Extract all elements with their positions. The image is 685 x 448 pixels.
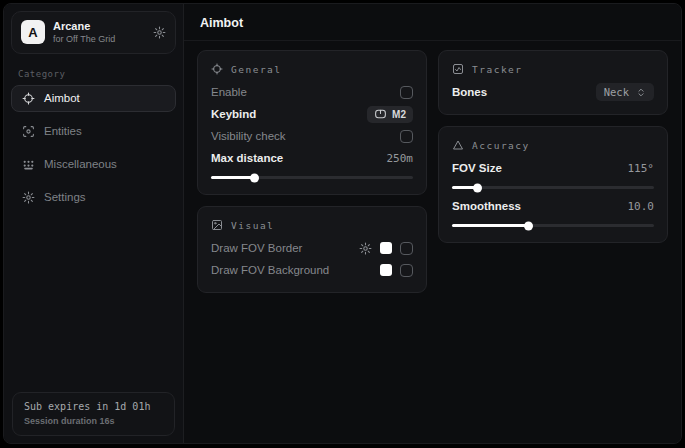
page-title: Aimbot bbox=[200, 16, 665, 30]
bones-dropdown[interactable]: Neck bbox=[596, 83, 654, 101]
smoothness-row: Smoothness 10.0 bbox=[452, 195, 654, 217]
sidebar-item-entities[interactable]: Entities bbox=[11, 118, 176, 145]
fov-size-label: FOV Size bbox=[452, 162, 502, 174]
chevrons-up-down-icon bbox=[636, 87, 646, 98]
app-identity: Arcane for Off The Grid bbox=[53, 20, 145, 45]
bones-selected-value: Neck bbox=[604, 86, 629, 98]
sub-expires-text: Sub expires in 1d 01h bbox=[24, 401, 163, 412]
app-logo-card: A Arcane for Off The Grid bbox=[11, 11, 176, 54]
general-card-title: General bbox=[231, 64, 282, 75]
page-header: Aimbot bbox=[184, 4, 681, 41]
fov-size-value: 115° bbox=[628, 162, 655, 175]
sidebar-item-settings[interactable]: Settings bbox=[11, 184, 176, 211]
max-distance-row: Max distance 250m bbox=[211, 147, 413, 169]
enable-checkbox[interactable] bbox=[400, 86, 413, 99]
slider-fill bbox=[452, 224, 529, 227]
keybind-label: Keybind bbox=[211, 108, 256, 120]
visibility-check-label: Visibility check bbox=[211, 130, 286, 142]
smoothness-label: Smoothness bbox=[452, 200, 521, 212]
slider-thumb[interactable] bbox=[524, 221, 533, 230]
tracker-card-title: Tracker bbox=[472, 64, 523, 75]
visibility-check-checkbox[interactable] bbox=[400, 130, 413, 143]
scan-icon bbox=[22, 125, 35, 138]
enable-label: Enable bbox=[211, 86, 247, 98]
slider-fill bbox=[452, 186, 478, 189]
mouse-icon bbox=[374, 109, 387, 119]
draw-fov-background-checkbox[interactable] bbox=[400, 264, 413, 277]
triangle-icon bbox=[452, 139, 464, 151]
gear-icon bbox=[22, 191, 35, 204]
visibility-check-row: Visibility check bbox=[211, 125, 413, 147]
sidebar-item-label: Miscellaneous bbox=[44, 158, 117, 170]
max-distance-value: 250m bbox=[387, 152, 414, 165]
image-icon bbox=[211, 219, 223, 231]
keybind-row: Keybind M2 bbox=[211, 103, 413, 125]
keybind-value: M2 bbox=[392, 109, 406, 120]
enable-row: Enable bbox=[211, 81, 413, 103]
fov-size-row: FOV Size 115° bbox=[452, 157, 654, 179]
sidebar: A Arcane for Off The Grid Category bbox=[4, 4, 184, 443]
visual-card-header: Visual bbox=[211, 219, 413, 231]
crosshair-icon bbox=[211, 63, 223, 75]
fov-border-color-swatch[interactable] bbox=[380, 242, 392, 254]
crosshair-icon bbox=[22, 92, 35, 105]
content-grid: General Enable Keybind bbox=[184, 41, 681, 302]
draw-fov-background-label: Draw FOV Background bbox=[211, 264, 329, 276]
accuracy-card-header: Accuracy bbox=[452, 139, 654, 151]
slider-thumb[interactable] bbox=[250, 173, 259, 182]
app-window: A Arcane for Off The Grid Category bbox=[3, 3, 682, 444]
draw-fov-border-controls bbox=[359, 242, 413, 255]
main-panel: Aimbot General bbox=[184, 4, 681, 443]
slider-thumb[interactable] bbox=[473, 183, 482, 192]
app-name: Arcane bbox=[53, 20, 145, 33]
max-distance-label: Max distance bbox=[211, 152, 283, 164]
session-duration-text: Session duration 16s bbox=[24, 416, 163, 426]
general-card-header: General bbox=[211, 63, 413, 75]
smoothness-slider[interactable] bbox=[452, 224, 654, 227]
left-column: General Enable Keybind bbox=[197, 50, 427, 293]
keybind-button[interactable]: M2 bbox=[367, 106, 413, 123]
gear-icon[interactable] bbox=[359, 242, 372, 255]
app-subtitle: for Off The Grid bbox=[53, 34, 145, 45]
visual-card: Visual Draw FOV Border bbox=[197, 206, 427, 293]
sidebar-item-miscellaneous[interactable]: Miscellaneous bbox=[11, 151, 176, 178]
app-logo: A bbox=[21, 20, 45, 44]
subscription-info-card: Sub expires in 1d 01h Session duration 1… bbox=[12, 392, 175, 436]
sidebar-item-label: Aimbot bbox=[44, 92, 80, 104]
bones-row: Bones Neck bbox=[452, 81, 654, 103]
slider-fill bbox=[211, 176, 255, 179]
accuracy-card-title: Accuracy bbox=[472, 140, 530, 151]
accuracy-card: Accuracy FOV Size 115° Smoothness 10.0 bbox=[438, 126, 668, 243]
general-card: General Enable Keybind bbox=[197, 50, 427, 195]
gear-icon[interactable] bbox=[153, 26, 166, 39]
fov-size-slider[interactable] bbox=[452, 186, 654, 189]
draw-fov-border-label: Draw FOV Border bbox=[211, 242, 302, 254]
max-distance-slider[interactable] bbox=[211, 176, 413, 179]
tracker-card: Tracker Bones Neck bbox=[438, 50, 668, 115]
grid-dots-icon bbox=[22, 158, 35, 171]
category-label: Category bbox=[18, 69, 169, 79]
draw-fov-background-controls bbox=[380, 264, 413, 277]
fov-background-color-swatch[interactable] bbox=[380, 264, 392, 276]
tracker-card-header: Tracker bbox=[452, 63, 654, 75]
right-column: Tracker Bones Neck bbox=[438, 50, 668, 243]
bones-label: Bones bbox=[452, 86, 487, 98]
draw-fov-border-checkbox[interactable] bbox=[400, 242, 413, 255]
draw-fov-border-row: Draw FOV Border bbox=[211, 237, 413, 259]
sidebar-nav: Aimbot Entities bbox=[4, 85, 183, 211]
smoothness-value: 10.0 bbox=[628, 200, 655, 213]
sidebar-item-label: Entities bbox=[44, 125, 82, 137]
sidebar-item-label: Settings bbox=[44, 191, 86, 203]
activity-icon bbox=[452, 63, 464, 75]
visual-card-title: Visual bbox=[231, 220, 274, 231]
sidebar-item-aimbot[interactable]: Aimbot bbox=[11, 85, 176, 112]
draw-fov-background-row: Draw FOV Background bbox=[211, 259, 413, 281]
